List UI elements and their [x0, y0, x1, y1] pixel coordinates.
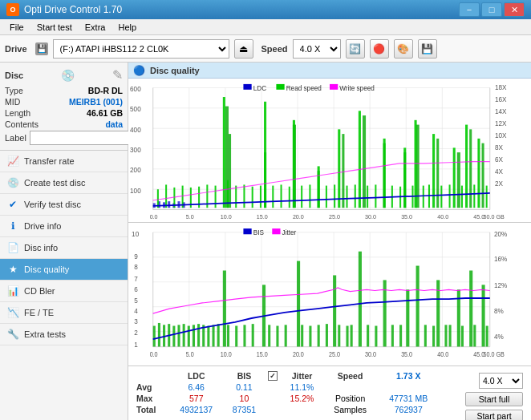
svg-text:10: 10 [132, 229, 139, 238]
svg-rect-182 [285, 325, 287, 346]
disc-section: Disc 💿 ✎ Type BD-R DL MID MEIRB1 (001) L… [0, 63, 128, 151]
svg-rect-186 [326, 324, 328, 347]
col-header-empty [133, 370, 169, 382]
svg-rect-201 [243, 228, 251, 234]
svg-rect-55 [165, 184, 167, 208]
avg-ldc: 6.46 [169, 382, 224, 393]
svg-text:Write speed: Write speed [339, 84, 375, 93]
disc-label-input[interactable] [30, 131, 138, 145]
svg-text:16%: 16% [494, 254, 507, 263]
menu-bar: File Start test Extra Help [0, 19, 531, 35]
svg-rect-65 [243, 184, 245, 208]
nav-label-verify-test-disc: Verify test disc [24, 200, 81, 209]
disc-label-text: Label [5, 133, 26, 143]
svg-rect-156 [183, 324, 185, 347]
svg-rect-157 [188, 325, 190, 346]
svg-rect-77 [334, 184, 335, 208]
sidebar-item-cd-bler[interactable]: 📊 CD Bler [0, 281, 128, 302]
svg-rect-200 [486, 325, 488, 346]
speed-dropdown-stats[interactable]: 4.0 X [479, 373, 523, 389]
title-bar-left: O Opti Drive Control 1.70 [6, 3, 122, 16]
svg-text:10X: 10X [495, 131, 507, 139]
jitter-checkbox[interactable]: ✓ [268, 371, 278, 381]
svg-rect-196 [444, 325, 447, 346]
chart-title: Disc quality [150, 66, 200, 75]
svg-rect-69 [272, 186, 274, 208]
svg-rect-187 [338, 325, 340, 346]
save-button[interactable]: 💾 [418, 39, 437, 59]
maximize-button[interactable]: □ [481, 2, 502, 17]
drive-select[interactable]: (F:) ATAPI iHBS112 2 CL0K [53, 39, 229, 59]
svg-rect-53 [482, 143, 484, 208]
svg-text:10.0: 10.0 [221, 213, 232, 221]
toolbar: Drive 💾 (F:) ATAPI iHBS112 2 CL0K ⏏ Spee… [0, 35, 531, 63]
svg-text:18X: 18X [495, 83, 507, 91]
menu-extra[interactable]: Extra [79, 21, 112, 34]
total-samples: 762937 [377, 404, 440, 415]
sidebar-item-disc-info[interactable]: 📄 Disc info [0, 237, 128, 259]
svg-rect-97 [465, 125, 468, 208]
minimize-button[interactable]: − [459, 2, 480, 17]
svg-rect-78 [338, 129, 340, 208]
close-button[interactable]: ✕ [504, 2, 525, 17]
svg-text:2X: 2X [495, 179, 503, 188]
svg-rect-103 [276, 84, 284, 90]
sidebar-item-verify-test-disc[interactable]: ✔ Verify test disc [0, 194, 128, 216]
svg-rect-46 [363, 115, 366, 208]
start-part-button[interactable]: Start part [465, 410, 523, 421]
speed-select[interactable]: 4.0 X [293, 39, 341, 59]
right-panel: 4.0 X Start full Start part [446, 370, 526, 420]
max-position: 47731 MB [377, 393, 440, 404]
svg-rect-54 [157, 189, 159, 208]
disc-label-row: Label 🔍 [5, 131, 123, 145]
svg-text:15.0: 15.0 [257, 213, 268, 221]
svg-text:6: 6 [134, 285, 138, 293]
sidebar-item-drive-info[interactable]: ℹ Drive info [0, 216, 128, 237]
position-label: Position [323, 393, 378, 404]
sidebar-item-disc-quality[interactable]: ★ Disc quality [0, 259, 128, 281]
svg-rect-166 [406, 289, 409, 346]
svg-text:14X: 14X [495, 107, 507, 115]
chart-header-icon: 🔵 [133, 65, 145, 76]
chart1: 600 500 400 300 200 100 18X 16X 14X 12X … [128, 79, 531, 223]
stats-row: LDC BIS ✓ Jitter Speed 1.73 X [128, 365, 531, 420]
svg-text:5: 5 [134, 296, 138, 305]
svg-text:25.0: 25.0 [329, 350, 341, 358]
menu-help[interactable]: Help [111, 21, 143, 34]
menu-start-test[interactable]: Start test [30, 21, 79, 34]
svg-text:12X: 12X [495, 119, 507, 127]
svg-rect-66 [252, 187, 253, 208]
eject-button[interactable]: ⏏ [234, 39, 253, 59]
svg-rect-50 [436, 139, 439, 208]
stats-max-row: Max 577 10 15.2% Position 47731 MB [133, 393, 440, 404]
total-empty [265, 404, 281, 415]
svg-text:40.0: 40.0 [437, 350, 449, 358]
drive-info-icon: ℹ [6, 220, 19, 232]
svg-rect-96 [461, 186, 463, 208]
svg-rect-184 [309, 325, 311, 346]
sidebar-item-fe-te[interactable]: 📉 FE / TE [0, 302, 128, 324]
disc-contents-value: data [105, 119, 123, 129]
sidebar-item-extra-tests[interactable]: 🔧 Extra tests [0, 324, 128, 345]
avg-speed-val [377, 382, 440, 393]
svg-rect-164 [359, 251, 362, 346]
transfer-rate-icon: 📈 [6, 155, 19, 168]
menu-file[interactable]: File [3, 21, 30, 34]
avg-label: Avg [133, 382, 169, 393]
svg-rect-98 [473, 184, 475, 208]
svg-rect-64 [235, 186, 237, 208]
svg-rect-95 [453, 147, 456, 208]
sidebar-item-create-test-disc[interactable]: 💿 Create test disc [0, 172, 128, 194]
svg-rect-176 [227, 325, 229, 346]
sidebar-item-transfer-rate[interactable]: 📈 Transfer rate [0, 151, 128, 172]
disc-type-value: BD-R DL [88, 86, 123, 95]
burn-button[interactable]: 🔴 [370, 39, 389, 59]
svg-text:30.0: 30.0 [365, 350, 377, 358]
svg-rect-191 [375, 325, 377, 346]
svg-rect-170 [469, 270, 472, 346]
svg-text:16X: 16X [495, 95, 507, 103]
refresh-button[interactable]: 🔄 [346, 39, 365, 59]
start-full-button[interactable]: Start full [465, 392, 523, 406]
svg-rect-178 [243, 325, 245, 346]
settings-button[interactable]: 🎨 [394, 39, 413, 59]
